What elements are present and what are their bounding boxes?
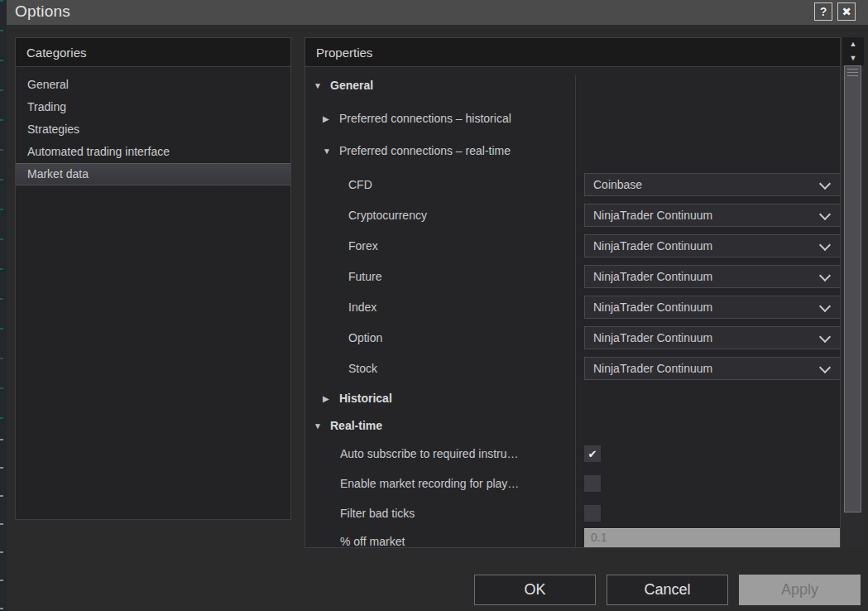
apply-button[interactable]: Apply <box>739 575 861 605</box>
off-market-value: 0.1 <box>591 531 607 544</box>
category-item-automated-trading-interface[interactable]: Automated trading interface <box>16 141 290 163</box>
selected-value: Coinbase <box>593 174 642 195</box>
teal-tick-marks <box>0 0 3 439</box>
cfd-connection-select[interactable]: Coinbase <box>584 173 840 196</box>
chevron-down-icon <box>819 362 831 373</box>
chevron-down-icon <box>819 270 831 281</box>
scroll-down-button[interactable]: ▼ <box>842 51 864 65</box>
screen: Options ? ✖ Categories General Trading S… <box>0 0 868 611</box>
gray-tick-marks <box>0 439 3 611</box>
cancel-button[interactable]: Cancel <box>607 575 728 605</box>
dialog-title: Options <box>15 2 70 21</box>
selected-value: NinjaTrader Continuum <box>593 235 712 257</box>
tree-section-realtime[interactable]: ▼Real-time <box>314 416 382 435</box>
categories-list: General Trading Strategies Automated tra… <box>16 67 290 185</box>
tree-node-preferred-connections-historical[interactable]: ▶Preferred connections – historical <box>323 108 511 128</box>
categories-panel: Categories General Trading Strategies Au… <box>15 37 291 520</box>
selected-value: NinjaTrader Continuum <box>593 266 712 287</box>
property-label-forex: Forex <box>348 234 378 257</box>
background-window-edge <box>0 0 7 611</box>
index-connection-select[interactable]: NinjaTrader Continuum <box>584 296 840 319</box>
dialog-footer: OK Cancel Apply <box>7 575 868 605</box>
tree-section-label: General <box>330 79 373 92</box>
forex-connection-select[interactable]: NinjaTrader Continuum <box>584 234 840 257</box>
ok-button[interactable]: OK <box>474 575 596 605</box>
property-label-filter-bad-ticks: Filter bad ticks <box>340 503 415 523</box>
category-item-trading[interactable]: Trading <box>16 96 290 118</box>
expand-arrow-icon[interactable]: ▶ <box>323 389 339 409</box>
tree-node-label: Preferred connections – historical <box>339 112 511 125</box>
property-label-option: Option <box>348 326 382 349</box>
category-item-strategies[interactable]: Strategies <box>16 118 290 141</box>
dialog-titlebar[interactable]: Options ? ✖ <box>7 0 868 25</box>
property-label-auto-subscribe: Auto subscribe to required instru… <box>340 444 519 464</box>
scrollbar-grip <box>847 69 858 76</box>
scrollbar-track[interactable] <box>842 65 864 547</box>
chevron-down-icon <box>819 331 831 343</box>
scrollbar-thumb[interactable] <box>844 65 861 512</box>
chevron-down-icon <box>819 239 831 251</box>
tree-section-general[interactable]: ▼General <box>314 75 373 95</box>
scroll-up-button[interactable]: ▲ <box>842 37 864 51</box>
property-label-future: Future <box>348 265 381 288</box>
categories-header: Categories <box>16 38 290 67</box>
category-item-market-data[interactable]: Market data <box>16 163 290 185</box>
tree-node-preferred-connections-realtime[interactable]: ▼Preferred connections – real-time <box>323 141 511 161</box>
options-dialog: Options ? ✖ Categories General Trading S… <box>7 0 868 611</box>
selected-value: NinjaTrader Continuum <box>593 327 712 349</box>
collapse-arrow-icon[interactable]: ▼ <box>314 416 330 436</box>
property-label-off-market: % off market <box>340 532 405 547</box>
scroll-up-icon: ▲ <box>850 41 857 48</box>
chevron-down-icon <box>819 301 831 312</box>
property-label-cryptocurrency: Cryptocurrency <box>348 204 427 227</box>
property-label-enable-market-recording: Enable market recording for play… <box>340 474 519 493</box>
enable-market-recording-checkbox[interactable] <box>584 475 601 492</box>
collapse-arrow-icon[interactable]: ▼ <box>314 76 330 96</box>
close-icon: ✖ <box>842 6 851 17</box>
tree-section-label: Historical <box>339 392 392 405</box>
properties-header: Properties <box>305 38 840 67</box>
properties-scrollbar[interactable]: ▲ ▼ <box>842 37 864 547</box>
chevron-down-icon <box>819 178 831 190</box>
property-label-index: Index <box>348 296 376 319</box>
help-icon: ? <box>820 6 827 17</box>
collapse-arrow-icon[interactable]: ▼ <box>323 142 339 161</box>
auto-subscribe-checkbox[interactable]: ✔ <box>584 445 601 462</box>
column-splitter[interactable] <box>575 75 576 547</box>
option-connection-select[interactable]: NinjaTrader Continuum <box>584 326 840 349</box>
properties-grid: ▼General ▶Preferred connections – histor… <box>305 67 840 547</box>
cryptocurrency-connection-select[interactable]: NinjaTrader Continuum <box>584 204 840 227</box>
selected-value: NinjaTrader Continuum <box>593 358 712 379</box>
selected-value: NinjaTrader Continuum <box>593 296 712 318</box>
scroll-down-icon: ▼ <box>850 55 857 62</box>
property-label-cfd: CFD <box>348 173 372 196</box>
tree-section-label: Real-time <box>330 419 382 432</box>
expand-arrow-icon[interactable]: ▶ <box>323 109 339 129</box>
off-market-input[interactable]: 0.1 <box>584 528 840 547</box>
selected-value: NinjaTrader Continuum <box>593 204 712 226</box>
tree-section-historical[interactable]: ▶Historical <box>323 388 392 408</box>
check-icon: ✔ <box>588 449 597 459</box>
properties-panel: Properties ▼General ▶Preferred connectio… <box>305 37 841 548</box>
property-label-stock: Stock <box>348 357 377 380</box>
category-item-general[interactable]: General <box>16 74 290 96</box>
filter-bad-ticks-checkbox[interactable] <box>584 505 601 522</box>
future-connection-select[interactable]: NinjaTrader Continuum <box>584 265 840 288</box>
chevron-down-icon <box>819 209 831 220</box>
help-button[interactable]: ? <box>814 2 832 21</box>
close-button[interactable]: ✖ <box>837 2 856 21</box>
stock-connection-select[interactable]: NinjaTrader Continuum <box>584 357 840 380</box>
tree-node-label: Preferred connections – real-time <box>339 144 511 157</box>
